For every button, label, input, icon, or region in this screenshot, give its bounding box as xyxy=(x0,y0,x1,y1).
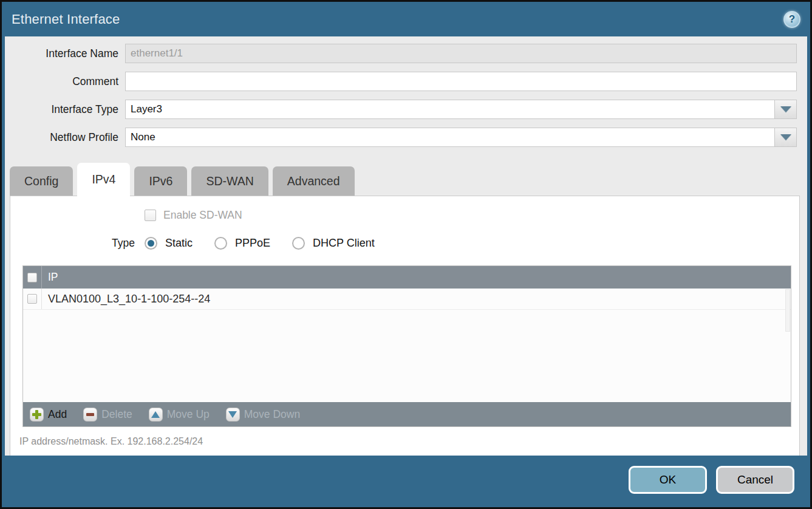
move-up-button[interactable]: Move Up xyxy=(149,408,210,422)
dialog-footer: OK Cancel xyxy=(2,456,810,506)
add-button[interactable]: Add xyxy=(30,408,67,422)
move-down-button[interactable]: Move Down xyxy=(226,408,300,422)
comment-input[interactable] xyxy=(125,72,797,91)
ip-cell-value[interactable]: VLAN0100_L3_10-1-100-254--24 xyxy=(42,293,210,306)
tab-strip: Config IPv4 IPv6 SD-WAN Advanced xyxy=(10,163,807,196)
row-checkbox[interactable] xyxy=(27,294,37,304)
question-mark-glyph: ? xyxy=(789,13,795,26)
radio-button-pppoe[interactable] xyxy=(214,237,227,250)
ip-column-header: IP xyxy=(42,271,58,284)
tab-config[interactable]: Config xyxy=(10,166,73,196)
minus-icon xyxy=(83,408,97,422)
enable-sdwan-checkbox[interactable] xyxy=(145,210,156,221)
radio-option-pppoe[interactable]: PPPoE xyxy=(214,237,270,250)
tab-advanced[interactable]: Advanced xyxy=(273,166,355,196)
ipv4-tab-panel: Enable SD-WAN Type Static PPPoE DHCP Cli… xyxy=(10,196,800,456)
delete-button[interactable]: Delete xyxy=(83,408,132,422)
arrow-up-icon xyxy=(149,408,163,422)
dialog-title: Ethernet Interface xyxy=(12,12,120,27)
radio-option-dhcp-client[interactable]: DHCP Client xyxy=(292,237,375,250)
delete-button-label: Delete xyxy=(101,408,132,421)
radio-option-static[interactable]: Static xyxy=(145,237,193,250)
interface-type-select[interactable]: Layer3 xyxy=(125,100,774,119)
enable-sdwan-label: Enable SD-WAN xyxy=(163,209,242,222)
ip-table-header: IP xyxy=(23,266,791,289)
tab-sdwan[interactable]: SD-WAN xyxy=(191,166,268,196)
netflow-profile-row: Netflow Profile None xyxy=(8,128,797,147)
add-button-label: Add xyxy=(48,408,67,421)
select-all-checkbox[interactable] xyxy=(27,273,37,282)
comment-label: Comment xyxy=(8,75,125,88)
interface-name-row: Interface Name ethernet1/1 xyxy=(8,44,797,63)
cancel-button[interactable]: Cancel xyxy=(716,466,794,494)
enable-sdwan-row: Enable SD-WAN xyxy=(145,209,799,222)
tab-ipv4[interactable]: IPv4 xyxy=(77,163,130,196)
netflow-profile-label: Netflow Profile xyxy=(8,131,125,144)
interface-type-dropdown-button[interactable] xyxy=(774,100,797,119)
ethernet-interface-dialog: Ethernet Interface ? Interface Name ethe… xyxy=(0,0,812,509)
radio-button-static[interactable] xyxy=(145,237,157,250)
interface-name-field: ethernet1/1 xyxy=(125,44,797,63)
type-radio-group: Type Static PPPoE DHCP Client xyxy=(10,237,799,250)
move-up-button-label: Move Up xyxy=(167,408,210,421)
type-label: Type xyxy=(10,237,135,250)
table-toolbar: Add Delete Move Up Move Down xyxy=(23,402,791,426)
help-icon[interactable]: ? xyxy=(783,11,800,28)
ok-button[interactable]: OK xyxy=(629,466,707,494)
row-checkbox-cell xyxy=(23,289,42,309)
radio-label-static: Static xyxy=(165,237,193,250)
comment-row: Comment xyxy=(8,72,797,91)
interface-type-row: Interface Type Layer3 xyxy=(8,100,797,119)
radio-button-dhcp-client[interactable] xyxy=(292,237,305,250)
plus-icon xyxy=(30,408,44,422)
dialog-content: Interface Name ethernet1/1 Comment Inter… xyxy=(5,36,807,456)
ip-format-hint: IP address/netmask. Ex. 192.168.2.254/24 xyxy=(19,436,799,447)
chevron-down-icon xyxy=(780,134,791,140)
arrow-down-icon xyxy=(226,408,240,422)
chevron-down-icon xyxy=(780,106,791,112)
header-checkbox-cell xyxy=(23,266,42,289)
netflow-profile-select[interactable]: None xyxy=(125,128,774,147)
radio-label-dhcp-client: DHCP Client xyxy=(313,237,375,250)
title-bar: Ethernet Interface ? xyxy=(2,2,810,36)
radio-label-pppoe: PPPoE xyxy=(235,237,270,250)
netflow-profile-dropdown-button[interactable] xyxy=(774,128,797,147)
table-empty-area xyxy=(23,310,791,402)
tab-ipv6[interactable]: IPv6 xyxy=(134,166,187,196)
move-down-button-label: Move Down xyxy=(244,408,300,421)
ip-table: IP VLAN0100_L3_10-1-100-254--24 Add xyxy=(22,265,791,427)
table-row[interactable]: VLAN0100_L3_10-1-100-254--24 xyxy=(23,289,791,310)
interface-name-label: Interface Name xyxy=(8,47,125,60)
interface-type-label: Interface Type xyxy=(8,103,125,116)
table-scrollbar[interactable] xyxy=(785,289,790,332)
